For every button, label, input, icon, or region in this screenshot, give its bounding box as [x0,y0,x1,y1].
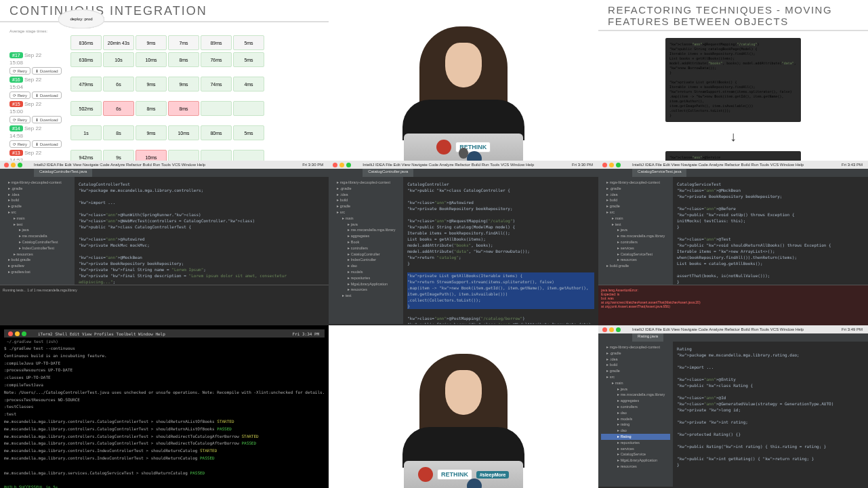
pipeline-stage-cell[interactable]: 8s [103,125,134,140]
pipeline-row[interactable]: #16 Sep 2215:04⟳ Retry ⬇ Download479ms6s… [9,77,319,99]
tree-node[interactable]: ▸ .idea [331,192,400,198]
menu-item[interactable]: Window [780,163,794,167]
pipeline-row[interactable]: #17 Sep 2215:08⟳ Retry ⬇ Download638ms10… [9,52,319,75]
tree-node[interactable]: ▸ main [331,216,400,222]
pipeline-stage-cell[interactable] [201,150,232,161]
tree-node[interactable]: ▸ mga-library-decoupled-context [331,180,400,186]
pipeline-row[interactable]: #15 Sep 2215:00⟳ Retry ⬇ Download502ms6s… [9,101,319,123]
menu-item[interactable]: Window [182,163,196,167]
tree-node[interactable]: ▸ gradle [601,203,670,209]
menu-item[interactable]: Analyze [439,163,453,167]
tree-node[interactable]: ▸ test [3,222,72,228]
tree-node[interactable]: ▸ gradle [331,203,400,209]
tree-node[interactable]: ▸ rating [601,422,670,428]
tree-node[interactable]: ▸ resources [3,251,72,258]
tree-node[interactable]: ▸ src [3,209,72,216]
tree-node[interactable]: ▸ java [601,227,670,233]
tree-node[interactable]: ▸ Book [331,239,400,245]
menu-item[interactable]: IntelliJ IDEA [632,327,654,331]
tree-node[interactable]: ▸ dao [331,263,400,269]
pipeline-stage-cell[interactable]: 10ms [136,150,167,161]
menu-item[interactable]: Help [526,163,534,167]
tree-node[interactable]: ▸ IndexController [331,257,400,263]
tree-node[interactable]: ▸ .gradle [3,186,72,192]
menu-item[interactable]: Analyze [709,327,723,331]
tree-node[interactable]: ▸ gradle [3,203,72,209]
menu-item[interactable]: Tools [490,163,499,167]
retry-button[interactable]: ⟳ Retry [9,92,30,99]
menu-item[interactable]: Build [472,163,480,167]
project-tree[interactable]: ▸ mga-library-decoupled-context▸ .gradle… [598,342,673,487]
mac-menubar[interactable]: iTerm2 Shell Edit View Profiles Toolbelt… [4,329,325,338]
menu-item[interactable]: File [655,327,662,331]
tree-node[interactable]: ▸ test [331,293,400,299]
retry-button[interactable]: ⟳ Retry [9,140,30,148]
menu-item[interactable]: View [402,163,411,167]
tree-node[interactable]: ▸ IndexControllerTest [3,245,72,251]
menu-item[interactable]: Navigate [411,163,428,167]
tree-node[interactable]: ▸ CatalogController [331,251,400,258]
menu-item[interactable]: Code [698,163,707,167]
menu-item[interactable]: Edit [663,327,669,331]
pipeline-stage-cell[interactable]: 9ms [136,125,167,140]
menu-item[interactable]: View [671,163,680,167]
menu-item[interactable]: Analyze [110,163,125,167]
pipeline-row[interactable]: #13 Sep 2214:52⟳ Retry ⬇ Download942ms9s… [9,150,319,161]
menu-item[interactable]: Code [100,163,109,167]
pipeline-stage-cell[interactable]: 1s [70,125,102,140]
menu-item[interactable]: Run [482,163,489,167]
tree-node[interactable]: ▸ MgaLibraryApplication [601,458,670,464]
tree-node[interactable]: ▸ mga-library-decoupled-context [3,180,72,186]
menu-item[interactable]: Code [429,163,438,167]
tree-node[interactable]: ▸ repositories [601,440,670,446]
tree-node[interactable]: ▸ resources [601,464,670,470]
pipeline-stage-cell[interactable]: 10ms [168,125,199,140]
menu-item[interactable]: File [57,163,64,167]
tree-node[interactable]: ▸ repositories [331,275,400,281]
tree-node[interactable]: ▸ java [601,386,670,392]
tree-node[interactable]: ▸ models [331,269,400,275]
tree-node[interactable]: ▸ me.mscandella.mga.library [601,233,670,239]
editor-tab[interactable]: CatalogController.java [363,169,413,177]
pipeline-stage-cell[interactable]: 8ms [136,101,167,116]
tree-node[interactable]: ▸ .gradle [331,186,400,192]
editor-tab[interactable]: Rating.java [632,333,663,342]
tree-node[interactable]: ▸ CatalogService [601,451,670,458]
tree-node[interactable]: ▸ .idea [601,192,670,198]
tree-node[interactable]: ▸ gradle [601,368,670,374]
tree-node[interactable]: ▸ build.gradle [601,263,670,269]
pipeline-stage-cell[interactable]: 8ms [168,101,199,116]
tree-node[interactable]: ▸ gradlew [3,263,72,269]
menu-item[interactable]: Navigate [83,163,99,167]
menu-item[interactable]: Run [751,163,759,167]
pipeline-row[interactable]: #14 Sep 2214:58⟳ Retry ⬇ Download1s8s9ms… [9,125,319,148]
retry-button[interactable]: ⟳ Retry [9,67,30,75]
pipeline-stage-cell[interactable]: 10ms [136,52,167,67]
tree-node[interactable]: ▸ build.gradle [3,257,72,263]
tree-node[interactable]: ▸ src [601,374,670,380]
pipeline-stage-cell[interactable] [201,101,232,116]
menu-item[interactable]: VCS [501,163,509,167]
pipeline-stage-cell[interactable]: 6s [103,77,134,92]
menu-item[interactable]: Edit [64,163,71,167]
menu-item[interactable]: Tools [161,163,171,167]
pipeline-stage-cell[interactable] [168,150,199,161]
download-button[interactable]: ⬇ Download [32,140,61,148]
pipeline-stage-cell[interactable]: 9ms [136,77,167,92]
menu-item[interactable]: Run [751,327,759,331]
editor-tab[interactable]: CatalogControllerTest.java [34,169,92,177]
pipeline-stage-cell[interactable]: 74ms [201,77,232,92]
menu-item[interactable]: Tools [760,327,769,331]
menu-item[interactable]: Refactor [126,163,142,167]
tree-node[interactable]: ▸ .idea [3,192,72,198]
menu-item[interactable]: Navigate [681,327,697,331]
menu-item[interactable]: Help [795,327,804,331]
tree-node[interactable]: ▸ dao [601,428,670,434]
tree-node[interactable]: ▸ models [601,416,670,422]
menu-item[interactable]: Navigate [681,163,697,167]
tree-node[interactable]: ▸ .gradle [601,186,670,192]
terminal-panel[interactable]: iTerm2 Shell Edit View Profiles Toolbelt… [0,325,329,488]
tree-node[interactable]: ▸ mga-library-decoupled-context [601,180,670,186]
menu-item[interactable]: VCS [770,327,779,331]
menu-item[interactable]: IntelliJ IDEA [363,163,384,167]
